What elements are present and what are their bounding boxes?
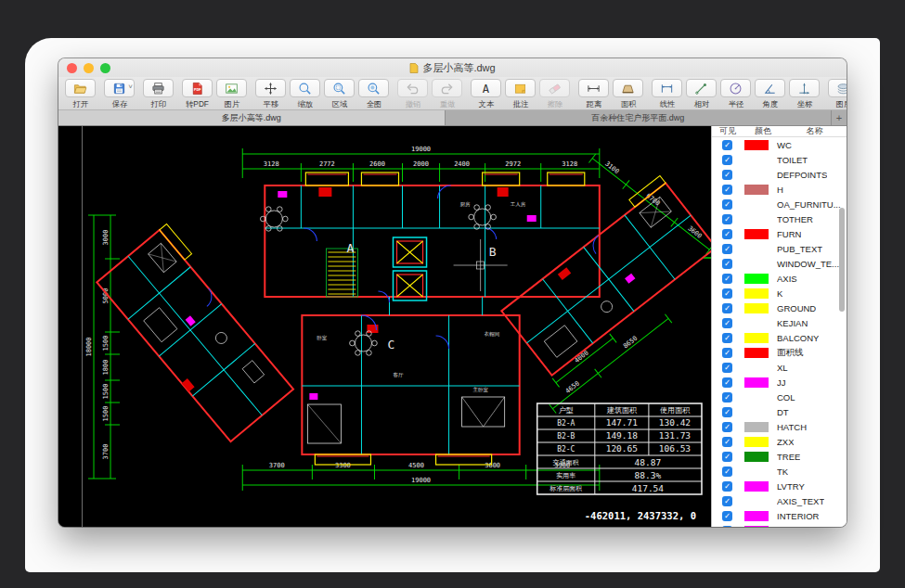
layer-visible-checkbox[interactable]: ✓ xyxy=(722,452,732,462)
toolbar-text-button[interactable]: A文本 xyxy=(470,79,502,110)
toolbar-area-button[interactable]: 面积 xyxy=(612,79,644,110)
layer-visible-checkbox[interactable]: ✓ xyxy=(722,259,732,269)
layer-color-swatch[interactable] xyxy=(744,363,769,373)
layer-visible-checkbox[interactable]: ✓ xyxy=(722,303,732,313)
toolbar-note-button[interactable]: 批注 xyxy=(504,79,537,110)
toolbar-coordinate-button[interactable]: 坐标 xyxy=(788,79,821,110)
layer-color-swatch[interactable] xyxy=(744,318,769,328)
toolbar-distance-button[interactable]: 距离 xyxy=(577,79,610,110)
layer-color-swatch[interactable] xyxy=(744,437,769,447)
toolbar-button-face[interactable] xyxy=(652,79,682,97)
toolbar-button-face[interactable]: ˅ xyxy=(104,79,135,97)
toolbar-zoom-button[interactable]: 缩放 xyxy=(289,79,321,110)
layer-visible-checkbox[interactable]: ✓ xyxy=(722,244,732,254)
toolbar-angle-button[interactable]: 角度 xyxy=(754,79,786,110)
toolbar-button-face[interactable] xyxy=(505,79,536,97)
layer-color-swatch[interactable] xyxy=(744,392,769,403)
toolbar-relative-button[interactable]: 相对 xyxy=(685,79,718,110)
layers-icon xyxy=(836,82,847,96)
toolbar-button-face[interactable] xyxy=(828,79,847,97)
toolbar-pan-button[interactable]: 平移 xyxy=(254,79,287,110)
toolbar-printer-button[interactable]: 打印 xyxy=(142,79,175,110)
layer-visible-checkbox[interactable]: ✓ xyxy=(722,288,732,299)
toolbar-button-face[interactable] xyxy=(755,79,785,97)
layer-visible-checkbox[interactable]: ✓ xyxy=(722,155,732,165)
layer-visible-checkbox[interactable]: ✓ xyxy=(722,526,732,528)
layer-color-swatch[interactable] xyxy=(744,259,769,269)
toolbar-folder-open-button[interactable]: 打开 xyxy=(64,79,97,110)
layer-visible-checkbox[interactable]: ✓ xyxy=(722,333,732,343)
layer-color-swatch[interactable] xyxy=(744,274,769,284)
cad-drawing[interactable]: 19000 3128 2772 2600 2000 2400 2972 3128 xyxy=(83,126,711,527)
layer-color-swatch[interactable] xyxy=(744,348,769,358)
chevron-down-icon[interactable]: ˅ xyxy=(128,83,133,91)
toolbar-button-face[interactable]: PDF xyxy=(182,79,213,97)
toolbar-radius-button[interactable]: 半径 xyxy=(719,79,752,110)
layer-color-swatch[interactable] xyxy=(744,496,769,506)
toolbar-button-face[interactable] xyxy=(613,79,643,97)
layer-visible-checkbox[interactable]: ✓ xyxy=(722,199,732,210)
layer-visible-checkbox[interactable]: ✓ xyxy=(722,229,732,239)
toolbar-button-face[interactable] xyxy=(789,79,820,97)
toolbar-button-face[interactable] xyxy=(686,79,717,97)
layer-color-swatch[interactable] xyxy=(744,214,769,224)
layer-visible-checkbox[interactable]: ✓ xyxy=(722,348,732,358)
layer-color-swatch[interactable] xyxy=(744,467,769,477)
toolbar-button-face[interactable] xyxy=(324,79,355,97)
layer-visible-checkbox[interactable]: ✓ xyxy=(722,392,732,403)
toolbar-button-face[interactable] xyxy=(65,79,96,97)
layer-color-swatch[interactable] xyxy=(744,140,769,150)
toolbar-button-face[interactable]: A xyxy=(471,79,501,97)
layer-color-swatch[interactable] xyxy=(744,185,769,195)
layer-visible-checkbox[interactable]: ✓ xyxy=(722,511,732,521)
layer-visible-checkbox[interactable]: ✓ xyxy=(722,170,732,180)
toolbar-save-button[interactable]: ˅保存 xyxy=(103,79,136,110)
layer-visible-checkbox[interactable]: ✓ xyxy=(722,407,732,417)
layers-scrollbar-thumb[interactable] xyxy=(839,208,845,312)
layer-color-swatch[interactable] xyxy=(744,155,769,165)
layer-visible-checkbox[interactable]: ✓ xyxy=(722,377,732,388)
toolbar-button-face[interactable] xyxy=(143,79,174,97)
layer-visible-checkbox[interactable]: ✓ xyxy=(722,481,732,492)
layer-color-swatch[interactable] xyxy=(744,199,769,210)
toolbar-linear-dim-button[interactable]: 线性 xyxy=(651,79,683,110)
layer-visible-checkbox[interactable]: ✓ xyxy=(722,140,732,150)
tab-inactive-document[interactable]: 百余种住宅户形平面.dwg xyxy=(446,110,833,125)
toolbar-layers-button[interactable]: 图层 xyxy=(827,79,847,110)
layer-visible-checkbox[interactable]: ✓ xyxy=(722,467,732,477)
toolbar-zoom-extents-button[interactable]: 全图 xyxy=(357,79,390,110)
layer-color-swatch[interactable] xyxy=(744,229,769,239)
toolbar-button-face[interactable] xyxy=(578,79,609,97)
layer-color-swatch[interactable] xyxy=(744,170,769,180)
toolbar-button-face[interactable] xyxy=(720,79,751,97)
layer-visible-checkbox[interactable]: ✓ xyxy=(722,274,732,284)
layer-visible-checkbox[interactable]: ✓ xyxy=(722,214,732,224)
toolbar-zoom-region-button[interactable]: 区域 xyxy=(323,79,356,110)
layer-visible-checkbox[interactable]: ✓ xyxy=(722,422,732,432)
toolbar-image-button[interactable]: 图片 xyxy=(215,79,248,110)
layer-visible-checkbox[interactable]: ✓ xyxy=(722,496,732,506)
layer-color-swatch[interactable] xyxy=(744,377,769,388)
tab-active-document[interactable]: 多层小高等.dwg xyxy=(58,110,446,125)
layer-color-swatch[interactable] xyxy=(744,511,769,521)
layer-color-swatch[interactable] xyxy=(744,333,769,343)
layer-color-swatch[interactable] xyxy=(744,481,769,492)
toolbar-button-face[interactable] xyxy=(255,79,286,97)
layer-visible-checkbox[interactable]: ✓ xyxy=(722,318,732,328)
layer-color-swatch[interactable] xyxy=(744,303,769,313)
layer-color-swatch[interactable] xyxy=(744,422,769,432)
layer-color-swatch[interactable] xyxy=(744,407,769,417)
layer-color-swatch[interactable] xyxy=(744,288,769,299)
toolbar-button-face[interactable] xyxy=(358,79,389,97)
layer-color-swatch[interactable] xyxy=(744,452,769,462)
layer-color-swatch[interactable] xyxy=(744,526,769,528)
layer-visible-checkbox[interactable]: ✓ xyxy=(722,363,732,373)
toolbar-button-face[interactable] xyxy=(216,79,247,97)
layer-visible-checkbox[interactable]: ✓ xyxy=(722,437,732,447)
layer-color-swatch[interactable] xyxy=(744,244,769,254)
toolbar-pdf-button[interactable]: PDF转PDF xyxy=(181,79,213,110)
toolbar-button-face[interactable] xyxy=(290,79,320,97)
title-bar[interactable]: 多层小高等.dwg xyxy=(58,58,847,77)
layer-visible-checkbox[interactable]: ✓ xyxy=(722,185,732,195)
new-tab-button[interactable]: + xyxy=(832,110,847,125)
